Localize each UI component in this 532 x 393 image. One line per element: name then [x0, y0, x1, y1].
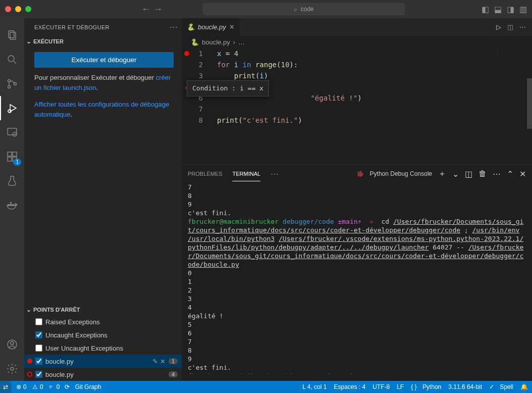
- svg-rect-11: [8, 157, 12, 161]
- conditional-breakpoint-icon: [27, 372, 32, 377]
- editor-actions: ▷ ◫ ⋯: [490, 18, 532, 36]
- accounts-icon[interactable]: [0, 332, 24, 357]
- run-section-title: EXÉCUTER: [33, 38, 64, 44]
- checkbox[interactable]: [35, 371, 42, 378]
- maximize-window[interactable]: [25, 6, 31, 12]
- toggle-primary-sidebar-icon[interactable]: ◧: [482, 5, 489, 14]
- command-center[interactable]: ⌕ code: [203, 3, 405, 15]
- remove-breakpoint-icon[interactable]: ✕: [160, 358, 166, 365]
- minimize-window[interactable]: [15, 6, 21, 12]
- curly-braces-icon: { }: [411, 383, 416, 390]
- kill-terminal-icon[interactable]: 🗑: [478, 169, 487, 178]
- nav-forward-icon[interactable]: →: [153, 4, 163, 15]
- status-ports[interactable]: ᯤ0: [48, 383, 60, 390]
- terminal-content[interactable]: 7 8 9 c'est fini. fbrucker@macminibrucke…: [182, 183, 532, 374]
- new-terminal-icon[interactable]: ＋: [438, 169, 446, 179]
- code-content[interactable]: x = 4 for i in range(10): print(i) "égal…: [210, 48, 362, 164]
- status-encoding[interactable]: UTF-8: [373, 383, 390, 390]
- check-icon: ✓: [489, 383, 494, 390]
- close-window[interactable]: [5, 6, 11, 12]
- debug-console-label[interactable]: Python Debug Console: [370, 170, 432, 177]
- split-editor-icon[interactable]: ◫: [507, 23, 513, 31]
- edit-breakpoint-icon[interactable]: ✎: [152, 358, 158, 365]
- breakpoint-dot-icon[interactable]: [184, 51, 189, 56]
- terminal-dropdown-icon[interactable]: ⌄: [452, 169, 459, 179]
- customize-layout-icon[interactable]: ▥: [519, 5, 527, 14]
- bp-line-badge: 4: [169, 371, 178, 377]
- source-control-icon[interactable]: [0, 72, 24, 96]
- editor-more-icon[interactable]: ⋯: [519, 23, 526, 31]
- bp-file-item[interactable]: boucle.py 4: [24, 368, 182, 381]
- checkbox[interactable]: [35, 331, 42, 338]
- run-debug-button[interactable]: Exécuter et déboguer: [34, 52, 174, 68]
- layout-controls: ◧ ⬓ ◨ ▥: [482, 5, 527, 14]
- panel-overflow-icon[interactable]: ⋯: [271, 169, 279, 179]
- line-numbers: 1 2 3 6 7 8: [192, 48, 210, 164]
- code-editor[interactable]: 1 2 3 6 7 8 x = 4 for i in range(10): pr…: [182, 48, 532, 164]
- chevron-down-icon: ⌄: [26, 306, 31, 313]
- breakpoints-header[interactable]: ⌄ POINTS D'ARRÊT: [24, 304, 182, 315]
- sidebar-title-row: EXÉCUTER ET DÉBOGUER ⋯: [24, 18, 182, 36]
- search-icon: ⌕: [294, 6, 297, 13]
- sidebar-title: EXÉCUTER ET DÉBOGUER: [34, 24, 110, 30]
- status-python-interpreter[interactable]: 3.11.6 64-bit: [448, 383, 482, 390]
- nav-back-icon[interactable]: ←: [141, 4, 150, 15]
- nav-arrows: ← →: [141, 4, 163, 15]
- remote-explorer-icon[interactable]: [0, 120, 24, 144]
- status-live[interactable]: ⟳: [65, 383, 70, 390]
- status-language-mode[interactable]: { } Python: [411, 383, 441, 390]
- run-debug-icon[interactable]: [0, 96, 24, 120]
- bp-user-uncaught-exceptions[interactable]: User Uncaught Exceptions: [24, 341, 182, 355]
- status-eol[interactable]: LF: [397, 383, 404, 390]
- svg-rect-1: [10, 32, 16, 39]
- maximize-panel-icon[interactable]: ⌃: [507, 169, 513, 179]
- breadcrumb-tail: …: [238, 38, 245, 46]
- minimap[interactable]: ▬▬▬▬▬▬▬▬▬▬▬▬▬▬▬▬▬▬▬: [497, 48, 527, 73]
- tab-terminal[interactable]: TERMINAL: [232, 167, 260, 181]
- show-all-configs: Afficher toutes les configurations de dé…: [34, 100, 174, 119]
- run-section-header[interactable]: ⌄ EXÉCUTER: [24, 36, 182, 47]
- breakpoint-gutter[interactable]: [182, 48, 192, 164]
- explorer-icon[interactable]: [0, 23, 24, 47]
- panel-tabs: PROBLÈMES TERMINAL ⋯ 🐞 Python Debug Cons…: [182, 165, 532, 183]
- sidebar-more-icon[interactable]: ⋯: [170, 22, 178, 32]
- close-panel-icon[interactable]: ✕: [519, 169, 526, 179]
- svg-rect-10: [8, 152, 12, 156]
- testing-icon[interactable]: [0, 169, 24, 193]
- svg-point-5: [8, 86, 11, 88]
- status-cursor-position[interactable]: L 4, col 1: [302, 383, 327, 390]
- svg-rect-0: [9, 31, 14, 38]
- breadcrumb[interactable]: 🐍 boucle.py › …: [182, 36, 532, 48]
- toggle-secondary-sidebar-icon[interactable]: ◨: [507, 5, 514, 14]
- status-indent[interactable]: Espaces : 4: [334, 383, 365, 390]
- debug-console-icon[interactable]: 🐞: [356, 170, 364, 177]
- status-spellcheck[interactable]: ✓ Spell: [489, 383, 513, 390]
- split-terminal-icon[interactable]: ◫: [465, 169, 472, 179]
- bp-raised-exceptions[interactable]: Raised Exceptions: [24, 315, 182, 328]
- checkbox[interactable]: [35, 318, 42, 325]
- svg-point-4: [8, 80, 11, 82]
- svg-point-20: [11, 367, 14, 370]
- toggle-panel-icon[interactable]: ⬓: [494, 5, 502, 14]
- status-gitgraph[interactable]: Git Graph: [75, 383, 101, 390]
- bp-file-item[interactable]: boucle.py ✎ ✕ 1: [24, 355, 182, 368]
- panel-more-icon[interactable]: ⋯: [493, 169, 501, 179]
- search-icon[interactable]: [0, 47, 24, 72]
- remote-indicator[interactable]: ⇄: [0, 381, 11, 393]
- bp-uncaught-exceptions[interactable]: Uncaught Exceptions: [24, 328, 182, 341]
- tab-label: boucle.py: [198, 23, 226, 31]
- extensions-icon[interactable]: 1: [0, 144, 24, 169]
- tab-boucle-py[interactable]: 🐍 boucle.py ✕: [182, 18, 240, 36]
- tab-close-icon[interactable]: ✕: [229, 23, 235, 31]
- checkbox[interactable]: [35, 345, 42, 352]
- status-errors[interactable]: ⊗0 ⚠0: [16, 383, 43, 390]
- breadcrumb-separator: ›: [233, 38, 235, 46]
- show-all-configs-link[interactable]: Afficher toutes les configurations de dé…: [34, 101, 169, 118]
- status-notifications-icon[interactable]: 🔔: [520, 383, 528, 390]
- settings-gear-icon[interactable]: [0, 357, 24, 381]
- tab-problems[interactable]: PROBLÈMES: [188, 167, 222, 181]
- docker-icon[interactable]: [0, 193, 24, 217]
- scrollbar[interactable]: [527, 78, 532, 129]
- run-file-icon[interactable]: ▷: [496, 23, 501, 31]
- checkbox[interactable]: [35, 358, 42, 365]
